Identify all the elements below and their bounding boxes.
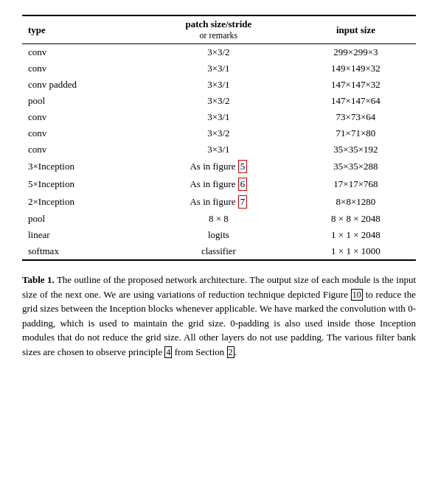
table-row: softmaxclassifier1 × 1 × 1000 — [22, 243, 416, 260]
cell-type: conv padded — [22, 77, 142, 93]
figure-ref-6: 6 — [238, 178, 248, 191]
figure-ref-5: 5 — [238, 160, 248, 173]
cell-type: conv — [22, 141, 142, 158]
cell-patch: 3×3/2 — [142, 125, 296, 141]
architecture-table: type patch size/stride or remarks input … — [22, 15, 416, 261]
cell-patch: As in figure 7 — [142, 193, 296, 211]
col-patch-header: patch size/stride or remarks — [142, 15, 296, 44]
caption-ref4: 4 — [164, 346, 172, 358]
table-row: 3×InceptionAs in figure 535×35×288 — [22, 158, 416, 175]
table-row: linearlogits1 × 1 × 2048 — [22, 227, 416, 243]
cell-input: 147×147×32 — [296, 77, 416, 93]
table-row: conv3×3/271×71×80 — [22, 125, 416, 141]
table-row: 2×InceptionAs in figure 78×8×1280 — [22, 193, 416, 211]
cell-input: 73×73×64 — [296, 109, 416, 125]
cell-type: 3×Inception — [22, 158, 142, 175]
cell-input: 8 × 8 × 2048 — [296, 211, 416, 227]
cell-input: 149×149×32 — [296, 60, 416, 77]
cell-patch: 3×3/1 — [142, 109, 296, 125]
table-row: conv3×3/135×35×192 — [22, 141, 416, 158]
caption-ref10: 10 — [351, 289, 363, 301]
cell-type: softmax — [22, 243, 142, 260]
table-row: conv3×3/2299×299×3 — [22, 44, 416, 61]
table-row: conv padded3×3/1147×147×32 — [22, 77, 416, 93]
cell-input: 35×35×288 — [296, 158, 416, 175]
cell-input: 1 × 1 × 1000 — [296, 243, 416, 260]
cell-patch: 3×3/1 — [142, 77, 296, 93]
cell-patch: As in figure 6 — [142, 175, 296, 193]
col-patch-main: patch size/stride — [147, 18, 290, 30]
table-caption: Table 1. The outline of the proposed net… — [22, 273, 416, 359]
cell-patch: 3×3/2 — [142, 44, 296, 61]
cell-type: conv — [22, 125, 142, 141]
cell-patch: logits — [142, 227, 296, 243]
cell-type: conv — [22, 60, 142, 77]
table-row: pool8 × 88 × 8 × 2048 — [22, 211, 416, 227]
col-type-header: type — [22, 15, 142, 44]
cell-type: linear — [22, 227, 142, 243]
table-row: conv3×3/1149×149×32 — [22, 60, 416, 77]
cell-input: 1 × 1 × 2048 — [296, 227, 416, 243]
cell-patch: 3×3/2 — [142, 93, 296, 109]
cell-input: 35×35×192 — [296, 141, 416, 158]
cell-type: pool — [22, 93, 142, 109]
cell-input: 8×8×1280 — [296, 193, 416, 211]
cell-type: conv — [22, 109, 142, 125]
cell-type: conv — [22, 44, 142, 61]
caption-label: Table 1. — [22, 274, 55, 285]
cell-input: 17×17×768 — [296, 175, 416, 193]
cell-patch: 8 × 8 — [142, 211, 296, 227]
cell-input: 147×147×64 — [296, 93, 416, 109]
caption-text4: . — [234, 346, 237, 357]
caption-text3: from Section — [172, 346, 226, 357]
col-input-header: input size — [296, 15, 416, 44]
cell-patch: classifier — [142, 243, 296, 260]
table-row: conv3×3/173×73×64 — [22, 109, 416, 125]
cell-patch: As in figure 5 — [142, 158, 296, 175]
caption-ref2: 2 — [227, 346, 234, 358]
cell-input: 299×299×3 — [296, 44, 416, 61]
cell-type: 2×Inception — [22, 193, 142, 211]
cell-type: pool — [22, 211, 142, 227]
cell-type: 5×Inception — [22, 175, 142, 193]
cell-patch: 3×3/1 — [142, 60, 296, 77]
table-row: pool3×3/2147×147×64 — [22, 93, 416, 109]
col-patch-sub: or remarks — [147, 30, 290, 41]
cell-patch: 3×3/1 — [142, 141, 296, 158]
figure-ref-7: 7 — [238, 195, 248, 209]
cell-input: 71×71×80 — [296, 125, 416, 141]
table-row: 5×InceptionAs in figure 617×17×768 — [22, 175, 416, 193]
